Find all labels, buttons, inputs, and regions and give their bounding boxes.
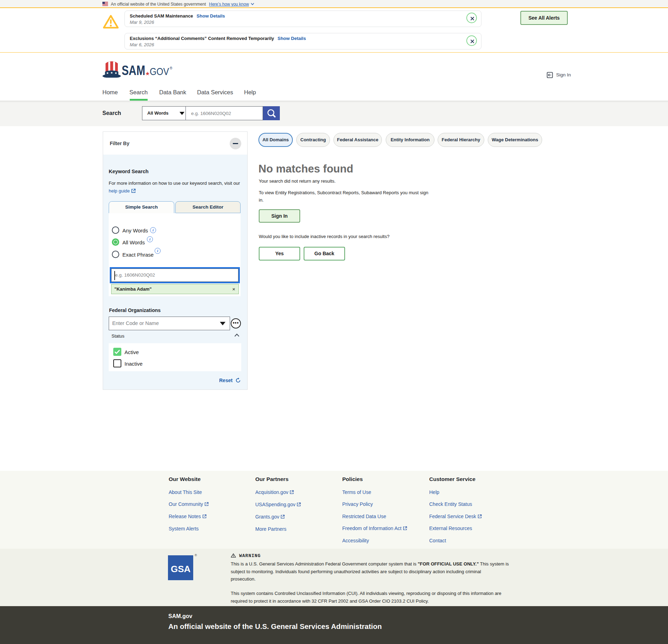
svg-text:★: ★	[145, 70, 150, 76]
svg-text:SAM: SAM	[122, 63, 145, 78]
svg-text:GOV: GOV	[150, 66, 169, 77]
svg-text:®: ®	[170, 66, 173, 70]
